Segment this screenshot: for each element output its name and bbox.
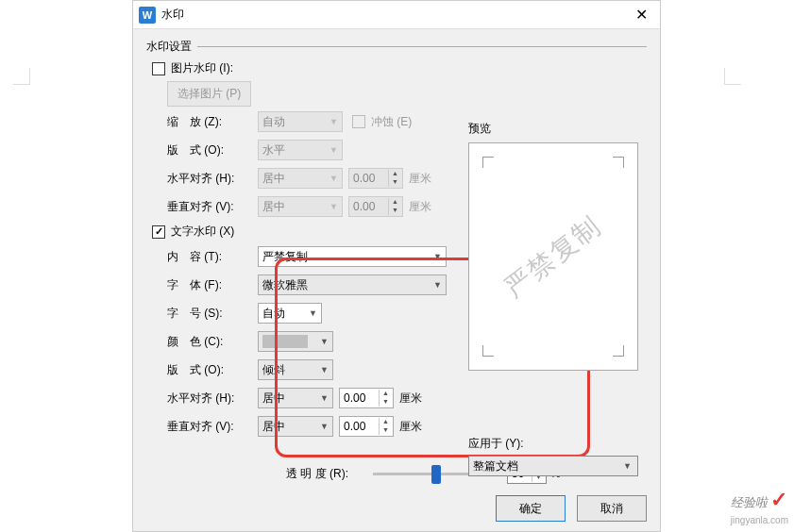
img-layout-label: 版 式 (O): [167, 142, 258, 158]
page-crop-tl [13, 68, 30, 85]
dialog-title: 水印 [161, 7, 622, 23]
chevron-down-icon: ▼ [320, 393, 329, 403]
opacity-label: 透 明 度 (R): [286, 466, 365, 482]
chevron-down-icon: ▼ [433, 280, 442, 290]
img-halign-offset: 0.00 ▲▼ [348, 168, 403, 189]
preview-label: 预览 [468, 121, 638, 137]
img-halign-select: 居中 ▼ [258, 168, 343, 189]
image-watermark-checkbox[interactable] [152, 62, 165, 75]
chevron-down-icon: ▼ [329, 117, 338, 126]
unit-label: 厘米 [409, 199, 431, 215]
crop-mark-icon [613, 345, 624, 357]
font-select[interactable]: 微软雅黑 ▼ [258, 274, 447, 295]
txt-valign-select[interactable]: 居中 ▼ [258, 416, 333, 437]
chevron-down-icon: ▼ [433, 252, 442, 261]
app-icon: W [139, 7, 156, 24]
slider-thumb[interactable] [431, 465, 441, 484]
chevron-down-icon: ▼ [320, 422, 329, 431]
txt-layout-select[interactable]: 倾斜 ▼ [258, 359, 333, 380]
txt-layout-label: 版 式 (O): [167, 362, 258, 378]
crop-mark-icon [613, 157, 624, 168]
img-valign-select: 居中 ▼ [258, 196, 343, 217]
spinner-up-icon[interactable]: ▲ [379, 390, 392, 398]
txt-valign-label: 垂直对齐 (V): [167, 419, 258, 435]
size-select[interactable]: 自动 ▼ [258, 303, 322, 324]
text-watermark-checkbox[interactable] [152, 225, 165, 239]
txt-halign-select[interactable]: 居中 ▼ [258, 388, 333, 408]
apply-select[interactable]: 整篇文档 ▼ [468, 456, 638, 476]
erosion-label: 冲蚀 (E) [371, 114, 412, 130]
chevron-down-icon: ▼ [329, 174, 338, 183]
close-button[interactable]: ✕ [622, 1, 660, 29]
crop-mark-icon [482, 345, 494, 357]
spinner-up-icon[interactable]: ▲ [379, 418, 392, 426]
chevron-down-icon: ▼ [329, 145, 338, 155]
ok-button[interactable]: 确定 [496, 495, 566, 522]
content-label: 内 容 (T): [167, 249, 258, 265]
site-logo: 经验啦 ✓ jingyanla.com [731, 488, 788, 526]
unit-label: 厘米 [409, 171, 431, 187]
font-label: 字 体 (F): [167, 277, 258, 293]
spinner-down-icon[interactable]: ▼ [379, 426, 392, 435]
select-image-button: 选择图片 (P) [167, 81, 251, 107]
chevron-down-icon: ▼ [320, 365, 329, 374]
watermark-preview-text: 严禁复制 [498, 208, 609, 306]
img-valign-offset: 0.00 ▲▼ [348, 196, 403, 217]
txt-halign-label: 水平对齐 (H): [167, 391, 258, 407]
size-label: 字 号 (S): [167, 306, 258, 322]
titlebar: W 水印 ✕ [133, 1, 660, 29]
chevron-down-icon: ▼ [309, 308, 317, 318]
unit-label: 厘米 [399, 391, 422, 407]
txt-valign-offset[interactable]: 0.00 ▲▼ [339, 416, 394, 437]
chevron-down-icon: ▼ [623, 461, 632, 471]
color-label: 颜 色 (C): [167, 334, 258, 350]
spinner-down-icon[interactable]: ▼ [379, 398, 392, 407]
unit-label: 厘米 [399, 419, 422, 435]
image-watermark-label: 图片水印 (I): [171, 60, 233, 76]
img-layout-select: 水平 ▼ [258, 140, 343, 160]
zoom-label: 缩 放 (Z): [167, 114, 258, 130]
zoom-select: 自动 ▼ [258, 111, 343, 132]
fieldset-label-text: 水印设置 [146, 39, 192, 55]
img-halign-label: 水平对齐 (H): [167, 171, 258, 187]
chevron-down-icon: ▼ [329, 202, 338, 211]
cancel-button[interactable]: 取消 [577, 495, 647, 522]
crop-mark-icon [482, 157, 494, 168]
txt-halign-offset[interactable]: 0.00 ▲▼ [339, 388, 394, 408]
text-watermark-label: 文字水印 (X) [171, 224, 234, 240]
content-select[interactable]: 严禁复制 ▼ [258, 246, 447, 267]
fieldset-header: 水印设置 [146, 39, 647, 55]
color-swatch [262, 335, 308, 348]
erosion-checkbox [352, 115, 365, 128]
preview-box: 严禁复制 [468, 142, 638, 371]
page-crop-tr [724, 68, 741, 85]
check-icon: ✓ [770, 488, 787, 511]
chevron-down-icon: ▼ [320, 337, 329, 346]
img-valign-label: 垂直对齐 (V): [167, 199, 258, 215]
apply-label: 应用于 (Y): [468, 436, 638, 452]
color-select[interactable]: ▼ [258, 331, 333, 352]
